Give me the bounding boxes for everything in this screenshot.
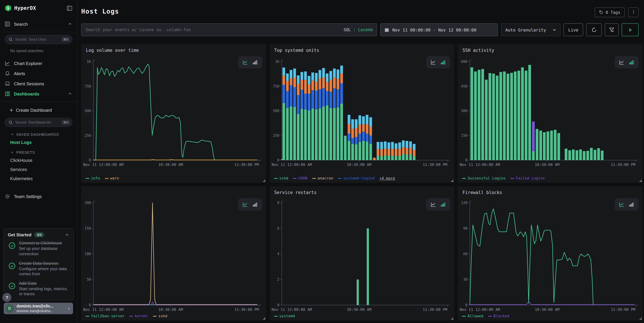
bar-chart-icon[interactable] — [629, 202, 634, 207]
get-started-header[interactable]: Get Started 3/3 — [8, 232, 69, 237]
get-started-item[interactable]: Add Data Start sending logs, metrics, or… — [8, 281, 69, 297]
sidebar-item-alerts[interactable]: Alerts — [0, 68, 77, 79]
legend-item[interactable]: kernel — [130, 314, 148, 318]
event-search-box[interactable]: SQL | Lucene — [81, 23, 377, 36]
resize-handle[interactable] — [452, 180, 454, 182]
get-started-item[interactable]: Create Data Sources Configure where your… — [8, 261, 69, 277]
bar-chart-icon[interactable] — [440, 202, 446, 207]
svg-text:0: 0 — [89, 303, 91, 307]
legend-item[interactable]: CRON — [293, 176, 307, 180]
legend-label: Blocked — [493, 314, 509, 318]
svg-text:100: 100 — [84, 252, 91, 256]
sidebar-item-client-sessions[interactable]: Client Sessions — [0, 79, 77, 89]
legend-swatch — [86, 316, 89, 316]
legend-swatch — [105, 178, 108, 179]
resize-handle[interactable] — [640, 317, 642, 319]
bar-chart-icon[interactable] — [440, 60, 446, 65]
legend-item[interactable]: systemd-logind — [338, 176, 374, 180]
line-chart-icon[interactable] — [431, 60, 436, 65]
chart-legend: sshdCRONanacronsystemd-logind+4 more — [274, 176, 395, 180]
svg-text:10:30:00 AM: 10:30:00 AM — [158, 307, 183, 312]
run-query-button[interactable] — [622, 23, 638, 36]
svg-text:11:30:00 PM: 11:30:00 PM — [422, 307, 447, 312]
get-started-item-title: Add Data — [19, 281, 69, 286]
legend-more-link[interactable]: +4 more — [380, 176, 395, 180]
sidebar-item-team-settings[interactable]: Team Settings — [0, 191, 77, 201]
more-options-button[interactable] — [628, 8, 638, 17]
svg-text:Nov 11 12:00:00 AM: Nov 11 12:00:00 AM — [460, 163, 500, 167]
legend-swatch — [462, 316, 466, 316]
sidebar-item-dashboards[interactable]: Dashboards — [0, 89, 77, 99]
sql-toggle[interactable]: SQL — [344, 28, 351, 32]
svg-text:120: 120 — [461, 201, 468, 205]
get-started-card: Get Started 3/3 Connect to ClickHouse Se… — [4, 228, 74, 301]
help-button[interactable]: ? — [2, 293, 12, 302]
saved-searches-input[interactable] — [15, 37, 62, 42]
resize-handle[interactable] — [263, 180, 265, 182]
saved-searches-search[interactable]: ⌘K — [5, 35, 72, 44]
bar-chart-icon[interactable] — [629, 60, 634, 65]
resize-handle[interactable] — [452, 317, 454, 319]
line-chart-icon[interactable] — [242, 202, 248, 207]
live-button[interactable]: Live — [564, 23, 583, 36]
lucene-toggle[interactable]: Lucene — [358, 28, 373, 32]
legend-item[interactable]: sshd — [153, 314, 167, 318]
sidebar-item-clickhouse[interactable]: ClickHouse — [0, 156, 77, 165]
chart-view-toggle — [426, 56, 450, 68]
chevron-up-icon[interactable] — [64, 233, 69, 237]
resize-handle[interactable] — [640, 180, 642, 182]
sidebar-item-chart-explorer[interactable]: Chart Explorer — [0, 58, 77, 68]
filter-button[interactable] — [605, 23, 619, 36]
bar-chart-icon[interactable] — [252, 60, 258, 65]
legend-item[interactable]: anacron — [312, 176, 333, 180]
resize-handle[interactable] — [263, 317, 265, 319]
sidebar-item-host-logs[interactable]: Host Logs — [0, 138, 77, 147]
refresh-button[interactable] — [586, 23, 602, 36]
svg-text:750: 750 — [273, 84, 279, 88]
svg-text:600: 600 — [461, 60, 468, 64]
legend-label: systemd — [279, 314, 295, 318]
sidebar-collapse-icon[interactable] — [67, 5, 72, 11]
chart-legend: fail2ban-serverkernelsshd — [86, 314, 167, 318]
legend-item[interactable]: systemd — [274, 314, 295, 318]
svg-text:10:30:00 AM: 10:30:00 AM — [535, 163, 560, 167]
legend-label: sshd — [279, 176, 288, 180]
legend-item[interactable]: warn — [105, 176, 119, 180]
granularity-select[interactable]: Auto Granularity — [501, 23, 560, 36]
user-account-button[interactable]: D dominic.tran@clic... dominic.tran@clic… — [4, 303, 73, 314]
legend-item[interactable]: Failed Logins — [510, 176, 545, 180]
saved-dashboards-header[interactable]: SAVED DASHBOARDS — [0, 129, 77, 138]
time-range-picker[interactable]: Nov 11 00:00:00 - Nov 12 00:00:00 — [380, 23, 498, 36]
event-search-input[interactable] — [86, 28, 344, 32]
bar-chart-icon[interactable] — [252, 202, 258, 207]
legend-item[interactable]: Successful Logins — [462, 176, 506, 180]
create-dashboard-button[interactable]: Create Dashboard — [0, 105, 77, 116]
legend-item[interactable]: Allowed — [462, 314, 483, 318]
chart-panel: Firewall blocks1209060300Nov 11 12:00:00… — [458, 186, 643, 321]
get-started-item[interactable]: Connect to ClickHouse Set up your databa… — [8, 241, 69, 257]
saved-dashboards-search[interactable]: ⌘K — [5, 118, 72, 127]
legend-label: warn — [110, 176, 119, 180]
sidebar-item-kubernetes[interactable]: Kubernetes — [0, 174, 77, 183]
svg-text:Nov 11 12:00:00 AM: Nov 11 12:00:00 AM — [83, 163, 124, 167]
chart-view-toggle — [426, 198, 450, 211]
line-chart-icon[interactable] — [242, 60, 248, 65]
chevron-up-icon[interactable] — [68, 91, 72, 96]
line-chart-icon[interactable] — [619, 60, 624, 65]
legend-item[interactable]: info — [86, 176, 100, 180]
chevron-up-icon[interactable] — [68, 22, 72, 27]
legend-item[interactable]: Blocked — [488, 314, 509, 318]
line-chart-icon[interactable] — [619, 202, 624, 207]
saved-dashboards-input[interactable] — [15, 120, 62, 125]
sidebar-item-services[interactable]: Services — [0, 165, 77, 174]
svg-text:Nov 11 12:00:00 AM: Nov 11 12:00:00 AM — [83, 307, 124, 312]
tags-button[interactable]: 0 Tags — [594, 8, 625, 17]
legend-item[interactable]: sshd — [274, 176, 288, 180]
svg-text:11:30:00 PM: 11:30:00 PM — [611, 307, 636, 312]
legend-item[interactable]: fail2ban-server — [86, 314, 125, 318]
presets-header[interactable]: PRESETS — [0, 147, 77, 156]
legend-swatch — [153, 316, 156, 316]
sidebar-item-search[interactable]: Search — [0, 19, 77, 29]
svg-text:10:30:00 AM: 10:30:00 AM — [158, 163, 183, 167]
line-chart-icon[interactable] — [431, 202, 436, 207]
